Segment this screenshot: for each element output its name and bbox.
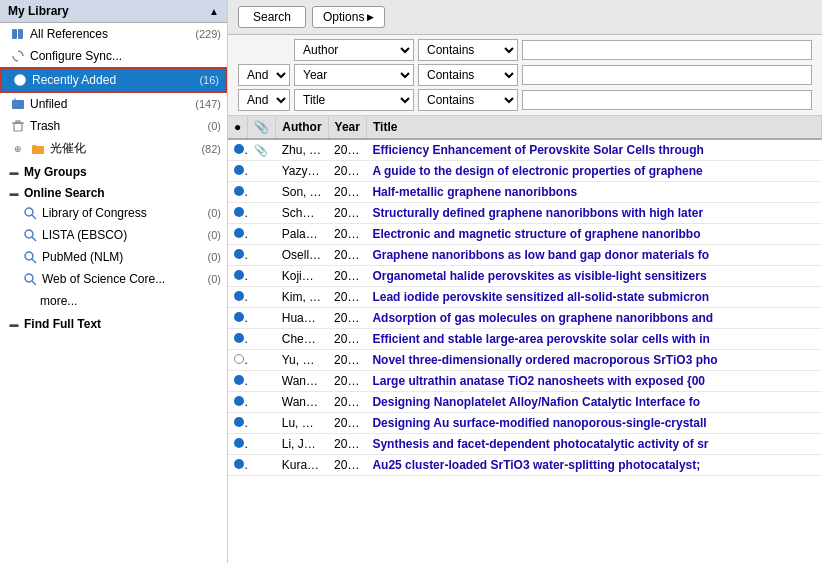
sidebar-item-recently-added[interactable]: Recently Added (16) xyxy=(0,67,227,93)
expand-icon: ▬ xyxy=(8,318,20,330)
table-row[interactable]: Huang, Bing; Li, ...2008Adsorption of ga… xyxy=(228,308,822,329)
svg-point-14 xyxy=(25,252,33,260)
sidebar-item-label: Configure Sync... xyxy=(30,49,217,63)
sidebar-group-my-groups[interactable]: ▬ My Groups xyxy=(0,160,227,181)
col-title[interactable]: Title xyxy=(366,116,821,139)
filter-operator-3[interactable]: Contains Is Starts with Ends with xyxy=(418,89,518,111)
col-attachment[interactable]: 📎 xyxy=(248,116,276,139)
sidebar-item-all-references[interactable]: All References (229) xyxy=(0,23,227,45)
table-row[interactable]: Chen, Wei; Wu, ...2015Efficient and stab… xyxy=(228,329,822,350)
title-cell: Electronic and magnetic structure of gra… xyxy=(366,224,821,245)
svg-line-11 xyxy=(32,215,36,219)
attachment-indicator xyxy=(248,308,276,329)
sidebar-item-label: PubMed (NLM) xyxy=(42,250,204,264)
sidebar-item-count: (147) xyxy=(195,98,221,110)
title-cell: Half-metallic graphene nanoribbons xyxy=(366,182,821,203)
table-row[interactable]: 📎Zhu, Zonglong; ...2014Efficiency Enhanc… xyxy=(228,139,822,161)
read-status-dot xyxy=(228,308,248,329)
sidebar-item-unfiled[interactable]: Unfiled (147) xyxy=(0,93,227,115)
author-cell: Huang, Bing; Li, ... xyxy=(276,308,328,329)
collapse-icon[interactable]: ▲ xyxy=(209,6,219,17)
filter-field-3[interactable]: Title Author Year Abstract Journal Keywo… xyxy=(294,89,414,111)
filter-value-1[interactable] xyxy=(522,40,812,60)
sidebar-item-count: (0) xyxy=(208,229,221,241)
title-cell: A guide to the design of electronic prop… xyxy=(366,161,821,182)
table-row[interactable]: Yu, Kai; Zhang, C...2017Novel three-dime… xyxy=(228,350,822,371)
attachment-indicator xyxy=(248,266,276,287)
table-row[interactable]: Kim, Hui-Seon; L...2012Lead iodide perov… xyxy=(228,287,822,308)
author-cell: Wang, Likun; Zh... xyxy=(276,392,328,413)
title-cell: Synthesis and facet-dependent photocatal… xyxy=(366,434,821,455)
svg-rect-7 xyxy=(14,123,22,131)
table-row[interactable]: Palacios, JJ; Fern...2010Electronic and … xyxy=(228,224,822,245)
table-row[interactable]: Schwab, Matthia...2012Structurally defin… xyxy=(228,203,822,224)
filter-connector-2[interactable]: And Or Not xyxy=(238,64,290,86)
table-row[interactable]: Osella, Silvio; Na...2012Graphene nanori… xyxy=(228,245,822,266)
sidebar-item-web-of-science[interactable]: Web of Science Core... (0) xyxy=(0,268,227,290)
table-row[interactable]: Kurashige, Wata...2018Au25 cluster-loade… xyxy=(228,455,822,476)
sidebar-item-label: Library of Congress xyxy=(42,206,204,220)
title-cell: Large ultrathin anatase TiO2 nanosheets … xyxy=(366,371,821,392)
table-row[interactable]: Li, Junfang; Bai, ...2016Synthesis and f… xyxy=(228,434,822,455)
filter-field-1[interactable]: Author Year Title Abstract Journal Keywo… xyxy=(294,39,414,61)
table-row[interactable]: Son, Young-Woo...2006Half-metallic graph… xyxy=(228,182,822,203)
sidebar-item-trash[interactable]: Trash (0) xyxy=(0,115,227,137)
col-year[interactable]: Year xyxy=(328,116,366,139)
sidebar-item-configure-sync[interactable]: Configure Sync... xyxy=(0,45,227,67)
expand-icon: ▬ xyxy=(8,187,20,199)
author-cell: Li, Junfang; Bai, ... xyxy=(276,434,328,455)
main-content: Search Options ▶ Author Year Title Abstr… xyxy=(228,0,822,563)
sidebar-item-count: (229) xyxy=(195,28,221,40)
sidebar-item-pubmed[interactable]: PubMed (NLM) (0) xyxy=(0,246,227,268)
filter-operator-1[interactable]: Contains Is Starts with Ends with xyxy=(418,39,518,61)
table-row[interactable]: Wang, Wan-She...2012Large ultrathin anat… xyxy=(228,371,822,392)
group-label: My Groups xyxy=(24,165,87,179)
sidebar-group-find-full-text[interactable]: ▬ Find Full Text xyxy=(0,312,227,333)
col-author[interactable]: Author xyxy=(276,116,328,139)
sidebar-item-label: Unfiled xyxy=(30,97,191,111)
search-button[interactable]: Search xyxy=(238,6,306,28)
title-cell: Graphene nanoribbons as low band gap don… xyxy=(366,245,821,266)
paperclip-icon: 📎 xyxy=(254,144,268,156)
sidebar-item-lista[interactable]: LISTA (EBSCO) (0) xyxy=(0,224,227,246)
author-cell: Wang, Wan-She... xyxy=(276,371,328,392)
attachment-indicator xyxy=(248,392,276,413)
sidebar-item-label: LISTA (EBSCO) xyxy=(42,228,204,242)
search-db-icon xyxy=(22,271,38,287)
folder-icon xyxy=(30,141,46,157)
author-cell: Osella, Silvio; Na... xyxy=(276,245,328,266)
filter-value-2[interactable] xyxy=(522,65,812,85)
sidebar-item-library-of-congress[interactable]: Library of Congress (0) xyxy=(0,202,227,224)
read-status-dot xyxy=(228,139,248,161)
spacer-icon xyxy=(22,293,36,309)
year-cell: 2012 xyxy=(328,287,366,308)
sidebar-item-more[interactable]: more... xyxy=(0,290,227,312)
filter-value-3[interactable] xyxy=(522,90,812,110)
sidebar-group-online-search[interactable]: ▬ Online Search xyxy=(0,181,227,202)
year-cell: 2018 xyxy=(328,455,366,476)
options-arrow-icon: ▶ xyxy=(367,12,374,22)
sidebar-title: My Library xyxy=(8,4,69,18)
sidebar-item-label: Recently Added xyxy=(32,73,195,87)
filter-connector-3[interactable]: And Or Not xyxy=(238,89,290,111)
table-row[interactable]: Yazyev, Oleg V2013A guide to the design … xyxy=(228,161,822,182)
attachment-indicator xyxy=(248,203,276,224)
table-row[interactable]: Lu, Da; Ouyang, ...2016Designing Au surf… xyxy=(228,413,822,434)
col-dot[interactable]: ● xyxy=(228,116,248,139)
sidebar-item-label: Trash xyxy=(30,119,204,133)
title-cell: Lead iodide perovskite sensitized all-so… xyxy=(366,287,821,308)
table-row[interactable]: Kojima, Akihiro; ...2009Organometal hali… xyxy=(228,266,822,287)
table-row[interactable]: Wang, Likun; Zh...2019Designing Nanoplat… xyxy=(228,392,822,413)
title-cell: Structurally defined graphene nanoribbon… xyxy=(366,203,821,224)
read-status-dot xyxy=(228,329,248,350)
sidebar-header: My Library ▲ xyxy=(0,0,227,23)
author-cell: Zhu, Zonglong; ... xyxy=(276,139,328,161)
filter-field-2[interactable]: Year Author Title Abstract Journal Keywo… xyxy=(294,64,414,86)
year-cell: 2014 xyxy=(328,139,366,161)
sidebar-item-cjk[interactable]: ⊕ 光催化 (82) xyxy=(0,137,227,160)
author-cell: Chen, Wei; Wu, ... xyxy=(276,329,328,350)
options-button[interactable]: Options ▶ xyxy=(312,6,385,28)
clock-icon xyxy=(12,72,28,88)
filter-operator-2[interactable]: Contains Is Starts with Ends with xyxy=(418,64,518,86)
search-db-icon xyxy=(22,249,38,265)
